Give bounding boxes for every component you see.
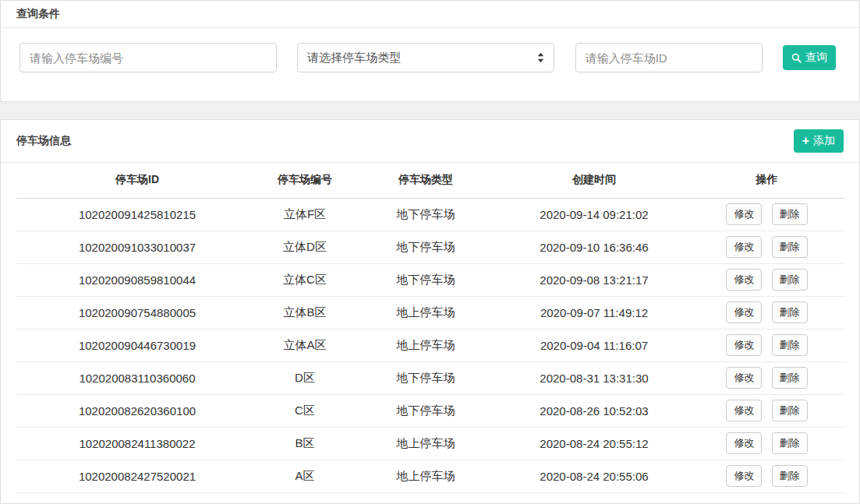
search-button[interactable]: 查询: [783, 45, 836, 70]
cell-parking-code: A区: [258, 460, 352, 492]
cell-parking-type: 地下停车场: [352, 231, 500, 263]
cell-parking-type: 地上停车场: [352, 427, 500, 460]
cell-parking-type: 地上停车场: [352, 329, 500, 361]
cell-parking-id: 102020083110360060: [16, 361, 258, 394]
cell-parking-id: 102020082411380022: [16, 427, 258, 460]
parking-type-select-value: 请选择停车场类型: [307, 51, 401, 65]
table-row: 102020090446730019 立体A区 地上停车场 2020-09-04…: [16, 329, 845, 361]
info-panel-header: 停车场信息 + 添加: [1, 120, 859, 163]
table-row: 102020091425810215 立体F区 地下停车场 2020-09-14…: [16, 198, 845, 231]
cell-created-time: 2020-09-04 11:16:07: [500, 329, 688, 361]
cell-created-time: 2020-08-26 10:52:03: [500, 394, 688, 427]
cell-created-time: 2020-09-14 09:21:02: [500, 198, 688, 231]
parking-type-select[interactable]: 请选择停车场类型: [297, 43, 554, 72]
cell-parking-id: 102020082620360100: [16, 394, 258, 427]
delete-button[interactable]: 删除: [772, 432, 808, 454]
table-row: 102020083110360060 D区 地下停车场 2020-08-31 1…: [16, 361, 845, 394]
cell-parking-type: 地下停车场: [352, 394, 500, 427]
cell-parking-code: C区: [258, 394, 352, 427]
cell-parking-code: 立体B区: [258, 296, 352, 329]
delete-button[interactable]: 删除: [772, 203, 808, 225]
cell-created-time: 2020-09-10 16:36:46: [500, 231, 688, 263]
cell-created-time: 2020-08-31 13:31:30: [500, 361, 688, 394]
cell-actions: 修改 删除: [688, 427, 845, 460]
cell-parking-id: 102020082427520021: [16, 460, 258, 492]
edit-button[interactable]: 修改: [726, 432, 762, 454]
cell-created-time: 2020-08-24 20:55:12: [500, 427, 688, 460]
search-icon: [791, 53, 802, 63]
cell-actions: 修改 删除: [688, 361, 845, 394]
cell-actions: 修改 删除: [688, 296, 845, 329]
delete-button[interactable]: 删除: [772, 236, 808, 258]
delete-button[interactable]: 删除: [772, 367, 808, 389]
cell-actions: 修改 删除: [688, 198, 845, 231]
query-form: 请选择停车场类型 查询: [1, 28, 859, 72]
search-button-label: 查询: [805, 51, 827, 65]
add-button-label: 添加: [813, 134, 835, 148]
cell-parking-type: 地下停车场: [352, 198, 500, 231]
edit-button[interactable]: 修改: [726, 367, 762, 389]
plus-icon: +: [802, 135, 809, 147]
table-body: 102020091425810215 立体F区 地下停车场 2020-09-14…: [16, 198, 845, 492]
edit-button[interactable]: 修改: [726, 236, 762, 258]
cell-parking-id: 102020090446730019: [16, 329, 258, 361]
cell-parking-code: B区: [258, 427, 352, 460]
query-panel-header: 查询条件: [1, 1, 859, 28]
delete-button[interactable]: 删除: [772, 334, 808, 356]
select-updown-arrows-icon: [537, 53, 544, 63]
column-header-actions: 操作: [688, 163, 845, 198]
column-header-created: 创建时间: [500, 163, 688, 198]
column-header-id: 停车场ID: [16, 163, 258, 198]
edit-button[interactable]: 修改: [726, 334, 762, 356]
cell-parking-type: 地下停车场: [352, 263, 500, 296]
table-header-row: 停车场ID 停车场编号 停车场类型 创建时间 操作: [16, 163, 845, 198]
parking-code-input[interactable]: [19, 43, 277, 72]
table-row: 102020082620360100 C区 地下停车场 2020-08-26 1…: [16, 394, 845, 427]
cell-parking-type: 地上停车场: [352, 296, 500, 329]
query-panel: 查询条件 请选择停车场类型 查询: [0, 0, 860, 102]
edit-button[interactable]: 修改: [726, 301, 762, 323]
cell-actions: 修改 删除: [688, 263, 845, 296]
parking-table: 停车场ID 停车场编号 停车场类型 创建时间 操作 10202009142581…: [16, 163, 845, 493]
table-row: 102020090859810044 立体C区 地下停车场 2020-09-08…: [16, 263, 845, 296]
cell-parking-code: D区: [258, 361, 352, 394]
edit-button[interactable]: 修改: [726, 400, 762, 421]
edit-button[interactable]: 修改: [726, 203, 762, 225]
edit-button[interactable]: 修改: [726, 269, 762, 291]
add-button[interactable]: + 添加: [794, 129, 844, 153]
cell-actions: 修改 删除: [688, 394, 845, 427]
table-row: 102020090754880005 立体B区 地上停车场 2020-09-07…: [16, 296, 845, 329]
column-header-type: 停车场类型: [352, 163, 500, 198]
cell-actions: 修改 删除: [688, 231, 845, 263]
cell-actions: 修改 删除: [688, 460, 845, 492]
cell-parking-code: 立体C区: [258, 263, 352, 296]
cell-created-time: 2020-09-08 13:21:17: [500, 263, 688, 296]
parking-id-input[interactable]: [575, 43, 763, 72]
column-header-code: 停车场编号: [258, 163, 352, 198]
cell-parking-id: 102020090859810044: [16, 263, 258, 296]
cell-parking-id: 102020091425810215: [16, 198, 258, 231]
cell-parking-type: 地下停车场: [352, 361, 500, 394]
query-panel-title: 查询条件: [16, 7, 60, 21]
edit-button[interactable]: 修改: [726, 465, 762, 487]
cell-parking-id: 102020090754880005: [16, 296, 258, 329]
cell-parking-code: 立体D区: [258, 231, 352, 263]
info-panel: 停车场信息 + 添加 停车场ID 停车场编号 停车场类型 创建时间 操作 102…: [0, 119, 860, 504]
table-row: 102020082411380022 B区 地上停车场 2020-08-24 2…: [16, 427, 845, 460]
delete-button[interactable]: 删除: [772, 400, 808, 421]
cell-parking-type: 地上停车场: [352, 460, 500, 492]
cell-parking-id: 102020091033010037: [16, 231, 258, 263]
delete-button[interactable]: 删除: [772, 301, 808, 323]
table-row: 102020091033010037 立体D区 地下停车场 2020-09-10…: [16, 231, 845, 263]
delete-button[interactable]: 删除: [772, 269, 808, 291]
cell-created-time: 2020-09-07 11:49:12: [500, 296, 688, 329]
cell-parking-code: 立体F区: [258, 198, 352, 231]
cell-actions: 修改 删除: [688, 329, 845, 361]
info-panel-title: 停车场信息: [16, 134, 71, 148]
table-row: 102020082427520021 A区 地上停车场 2020-08-24 2…: [16, 460, 845, 492]
cell-parking-code: 立体A区: [258, 329, 352, 361]
delete-button[interactable]: 删除: [772, 465, 808, 487]
cell-created-time: 2020-08-24 20:55:06: [500, 460, 688, 492]
